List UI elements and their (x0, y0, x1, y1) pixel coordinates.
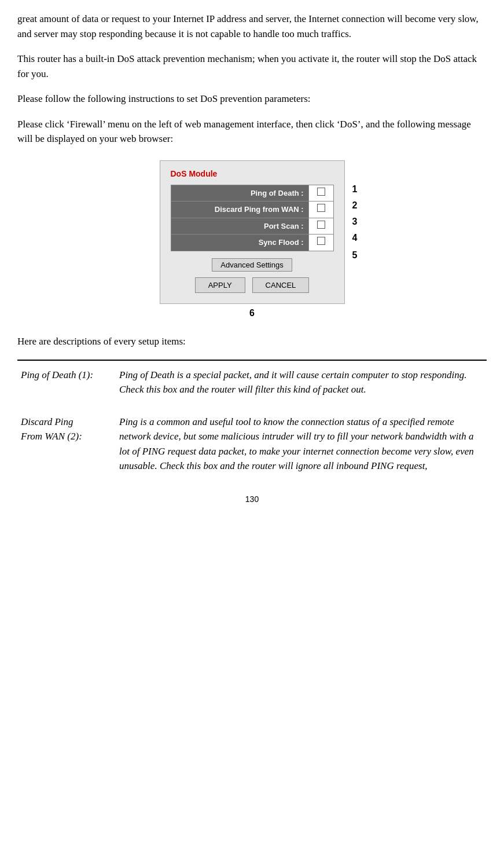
dos-module-box: DoS Module Ping of Death : Discard Ping … (160, 160, 345, 305)
desc-label-1: Ping of Death (1): (17, 367, 116, 403)
table-row: Discard Ping from WAN : (171, 201, 333, 218)
number-label-3: 3 (352, 215, 358, 229)
discard-ping-checkbox[interactable] (317, 204, 325, 212)
number-label-5: 5 (352, 248, 358, 262)
desc-label-2: Discard PingFrom WAN (2): (17, 413, 116, 479)
ping-of-death-check[interactable] (308, 185, 333, 201)
apply-button[interactable]: APPLY (195, 277, 245, 293)
number-label-4: 4 (352, 231, 358, 245)
dos-module-title: DoS Module (171, 168, 334, 180)
desc-row-2: Discard PingFrom WAN (2): Ping is a comm… (17, 413, 487, 479)
here-line: Here are descriptions of every setup ite… (17, 334, 487, 349)
cancel-button[interactable]: CANCEL (252, 277, 310, 293)
desc-text-2: Ping is a common and useful tool to know… (116, 413, 487, 479)
discard-ping-label: Discard Ping from WAN : (171, 201, 308, 218)
desc-table-2: Discard PingFrom WAN (2): Ping is a comm… (17, 413, 487, 479)
advanced-settings-button[interactable]: Advanced Settings (212, 258, 292, 272)
sync-flood-check[interactable] (308, 235, 333, 251)
ping-of-death-label: Ping of Death : (171, 185, 308, 201)
sync-flood-checkbox[interactable] (317, 237, 325, 245)
paragraph-2-text: This router has a built-in DoS attack pr… (17, 53, 477, 79)
port-scan-checkbox[interactable] (317, 221, 325, 229)
paragraph-2: This router has a built-in DoS attack pr… (17, 52, 487, 81)
desc-row-1: Ping of Death (1): Ping of Death is a sp… (17, 367, 487, 403)
table-row: Sync Flood : (171, 235, 333, 251)
paragraph-3: Please follow the following instructions… (17, 91, 487, 107)
desc-table: Ping of Death (1): Ping of Death is a sp… (17, 367, 487, 403)
paragraph-4-text: Please click ‘Firewall’ menu on the left… (17, 119, 471, 145)
paragraph-1: great amount of data or request to your … (17, 12, 487, 41)
description-section-2: Discard PingFrom WAN (2): Ping is a comm… (17, 413, 487, 479)
paragraph-3-text: Please follow the following instructions… (17, 93, 311, 104)
section-divider (17, 360, 487, 361)
table-row: Port Scan : (171, 218, 333, 235)
sync-flood-label: Sync Flood : (171, 235, 308, 251)
description-section: Ping of Death (1): Ping of Death is a sp… (17, 367, 487, 403)
number-label-1: 1 (352, 182, 358, 196)
desc-text-1: Ping of Death is a special packet, and i… (116, 367, 487, 403)
dos-module-wrapper: DoS Module Ping of Death : Discard Ping … (160, 160, 345, 305)
dos-table: Ping of Death : Discard Ping from WAN : … (171, 185, 334, 251)
paragraph-1-text: great amount of data or request to your … (17, 13, 479, 39)
port-scan-label: Port Scan : (171, 218, 308, 235)
paragraph-4: Please click ‘Firewall’ menu on the left… (17, 117, 487, 146)
dos-module-section: DoS Module Ping of Death : Discard Ping … (17, 160, 487, 321)
advanced-settings-row: Advanced Settings (171, 257, 334, 272)
table-row: Ping of Death : (171, 185, 333, 201)
page-number: 130 (17, 493, 487, 505)
port-scan-check[interactable] (308, 218, 333, 235)
number-label-6: 6 (249, 306, 255, 320)
action-buttons-row: APPLY CANCEL (171, 277, 334, 293)
number-label-2: 2 (352, 199, 358, 212)
ping-of-death-checkbox[interactable] (317, 188, 325, 196)
discard-ping-check[interactable] (308, 201, 333, 218)
